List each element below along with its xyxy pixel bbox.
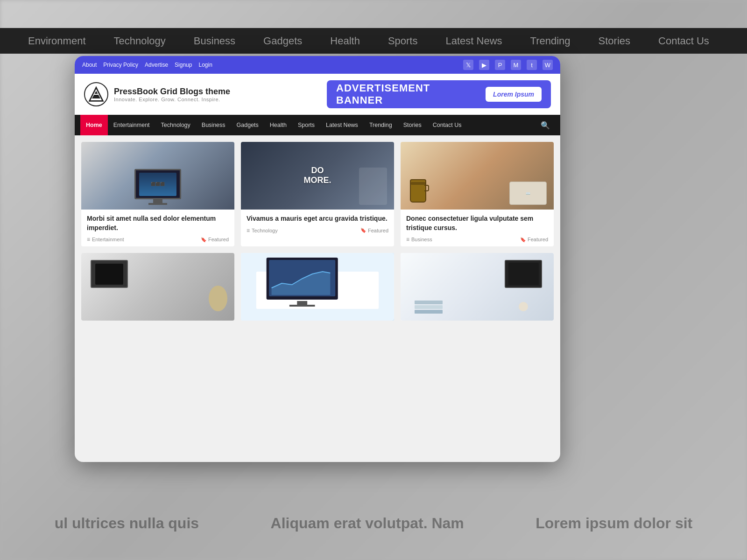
bg-nav-item: Sports xyxy=(388,35,418,47)
nav-technology[interactable]: Technology xyxy=(155,115,196,135)
svg-rect-9 xyxy=(289,305,315,307)
privacy-link[interactable]: Privacy Policy xyxy=(103,62,138,68)
bg-nav-item: Stories xyxy=(599,35,630,47)
bg-text-1: ul ultrices nulla quis xyxy=(55,515,199,532)
site-name: PressBook Grid Blogs theme xyxy=(114,87,230,97)
bg-text-3: Lorem ipsum dolor sit xyxy=(536,515,692,532)
utility-nav: About Privacy Policy Advertise Signup Lo… xyxy=(82,62,212,68)
bg-nav-item: Gadgets xyxy=(263,35,302,47)
article-meta: Technology Featured xyxy=(247,227,388,234)
article-title: Vivamus a mauris eget arcu gravida trist… xyxy=(247,214,388,224)
bg-nav-item: Health xyxy=(330,35,360,47)
article-image-6 xyxy=(401,253,554,321)
ad-banner: ADVERTISEMENT BANNER Lorem Ipsum xyxy=(327,80,551,108)
article-body: Donec consectetuer ligula vulputate sem … xyxy=(401,210,554,246)
article-card xyxy=(401,253,554,321)
article-card: ⬛⬛⬛ Morbi sit amet nulla sed dolor eleme… xyxy=(81,142,234,246)
wordpress-icon[interactable]: W xyxy=(543,60,553,70)
article-image-3: ⌨️ xyxy=(401,142,554,210)
article-title: Donec consectetuer ligula vulputate sem … xyxy=(406,214,548,232)
article-category[interactable]: Technology xyxy=(247,227,278,234)
article-meta: Entertainment Featured xyxy=(87,236,229,243)
nav-contact[interactable]: Contact Us xyxy=(427,115,467,135)
article-meta: Business Featured xyxy=(406,236,548,243)
article-card: ⌨️ Donec consectetuer ligula vulputate s… xyxy=(401,142,554,246)
about-link[interactable]: About xyxy=(82,62,97,68)
article-image-5 xyxy=(241,253,394,321)
article-image-1: ⬛⬛⬛ xyxy=(81,142,234,210)
login-link[interactable]: Login xyxy=(198,62,212,68)
article-badge: Featured xyxy=(360,228,388,233)
bg-top-bar: Environment Technology Business Gadgets … xyxy=(0,28,747,54)
bg-nav-item: Environment xyxy=(28,35,86,47)
svg-rect-8 xyxy=(297,301,307,305)
content-grid: ⬛⬛⬛ Morbi sit amet nulla sed dolor eleme… xyxy=(75,135,560,327)
nav-sports[interactable]: Sports xyxy=(292,115,320,135)
main-card: About Privacy Policy Advertise Signup Lo… xyxy=(75,56,560,462)
bg-bottom-text: ul ultrices nulla quis Aliquam erat volu… xyxy=(0,515,747,532)
medium-icon[interactable]: M xyxy=(511,60,521,70)
nav-business[interactable]: Business xyxy=(196,115,231,135)
site-header: PressBook Grid Blogs theme Innovate. Exp… xyxy=(75,74,560,115)
article-card xyxy=(81,253,234,321)
main-nav: Home Entertainment Technology Business G… xyxy=(75,115,560,135)
bg-nav-item: Business xyxy=(194,35,235,47)
article-title: Morbi sit amet nulla sed dolor elementum… xyxy=(87,214,229,232)
nav-home[interactable]: Home xyxy=(80,115,108,135)
article-card: DOMORE. Vivamus a mauris eget arcu gravi… xyxy=(241,142,394,246)
twitter-icon[interactable]: 𝕏 xyxy=(463,60,473,70)
ad-banner-text: ADVERTISEMENT BANNER xyxy=(336,82,478,106)
site-branding: PressBook Grid Blogs theme Innovate. Exp… xyxy=(84,82,230,106)
article-card xyxy=(241,253,394,321)
bg-nav-item: Trending xyxy=(530,35,571,47)
utility-bar: About Privacy Policy Advertise Signup Lo… xyxy=(75,56,560,74)
bg-nav-item: Contact Us xyxy=(658,35,709,47)
article-body: Vivamus a mauris eget arcu gravida trist… xyxy=(241,210,394,238)
article-category[interactable]: Entertainment xyxy=(87,236,124,243)
pinterest-icon[interactable]: P xyxy=(495,60,505,70)
site-tagline: Innovate. Explore. Grow. Connect. Inspir… xyxy=(114,97,230,102)
nav-latest-news[interactable]: Latest News xyxy=(320,115,364,135)
site-logo xyxy=(84,82,108,106)
advertise-link[interactable]: Advertise xyxy=(145,62,168,68)
bg-nav-item: Latest News xyxy=(445,35,502,47)
article-image-4 xyxy=(81,253,234,321)
do-more-text: DOMORE. xyxy=(303,166,331,186)
tumblr-icon[interactable]: t xyxy=(527,60,537,70)
nav-gadgets[interactable]: Gadgets xyxy=(231,115,264,135)
search-icon[interactable]: 🔍 xyxy=(536,121,555,130)
bg-nav-item: Technology xyxy=(114,35,166,47)
youtube-icon[interactable]: ▶ xyxy=(479,60,489,70)
article-image-2: DOMORE. xyxy=(241,142,394,210)
bg-text-2: Aliquam erat volutpat. Nam xyxy=(271,515,464,532)
nav-entertainment[interactable]: Entertainment xyxy=(108,115,155,135)
site-info: PressBook Grid Blogs theme Innovate. Exp… xyxy=(114,87,230,102)
ad-banner-button[interactable]: Lorem Ipsum xyxy=(486,87,542,102)
nav-health[interactable]: Health xyxy=(264,115,292,135)
social-links: 𝕏 ▶ P M t W xyxy=(463,60,553,70)
article-badge: Featured xyxy=(201,237,229,242)
signup-link[interactable]: Signup xyxy=(175,62,192,68)
nav-trending[interactable]: Trending xyxy=(364,115,398,135)
article-badge: Featured xyxy=(520,237,548,242)
nav-stories[interactable]: Stories xyxy=(398,115,427,135)
article-category[interactable]: Business xyxy=(406,236,432,243)
article-body: Morbi sit amet nulla sed dolor elementum… xyxy=(81,210,234,246)
